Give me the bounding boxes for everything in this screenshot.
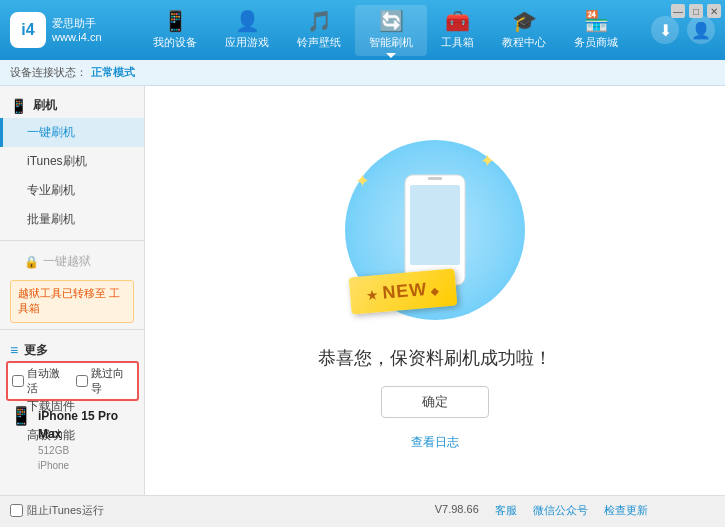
nav-toolbox[interactable]: 🧰 工具箱 (427, 5, 488, 56)
auto-activate-option[interactable]: 自动激活 (12, 366, 70, 396)
device-storage: 512GB (38, 443, 135, 458)
nav-my-device-label: 我的设备 (153, 35, 197, 50)
bottom-left: 阻止iTunes运行 (10, 503, 358, 518)
svg-rect-3 (428, 177, 442, 180)
toolbox-icon: 🧰 (445, 11, 470, 31)
sidebar-item-pro-flash[interactable]: 专业刷机 (0, 176, 144, 205)
device-info: 📱 iPhone 15 Pro Max 512GB iPhone (6, 407, 139, 473)
sidebar-divider-1 (0, 240, 144, 241)
nav-apps-label: 应用游戏 (225, 35, 269, 50)
auto-activate-label: 自动激活 (27, 366, 70, 396)
bottom-center: V7.98.66 客服 微信公众号 检查更新 (368, 503, 716, 518)
store-icon: 🏪 (584, 11, 609, 31)
version-label: V7.98.66 (435, 503, 479, 518)
breadcrumb-mode: 正常模式 (91, 65, 135, 80)
log-link[interactable]: 查看日志 (411, 434, 459, 451)
tutorial-icon: 🎓 (512, 11, 537, 31)
itunes-checkbox[interactable] (10, 504, 23, 517)
nav-toolbox-label: 工具箱 (441, 35, 474, 50)
sidebar-item-one-click-flash[interactable]: 一键刷机 (0, 118, 144, 147)
content-area: ✦ ✦ NEW 恭喜您，保资料刷机成功啦！ 确定 查看日志 (145, 86, 725, 495)
nav-ringtone[interactable]: 🎵 铃声壁纸 (283, 5, 355, 56)
success-message: 恭喜您，保资料刷机成功啦！ (318, 346, 552, 370)
user-button[interactable]: 👤 (687, 16, 715, 44)
nav-store[interactable]: 🏪 务员商城 (560, 5, 632, 56)
my-device-icon: 📱 (163, 11, 188, 31)
minimize-button[interactable]: — (671, 4, 685, 18)
sparkle-2: ✦ (355, 170, 370, 192)
logo: i4 爱思助手 www.i4.cn (10, 12, 110, 48)
nav-apps[interactable]: 👤 应用游戏 (211, 5, 283, 56)
lock-icon: 🔒 (24, 255, 39, 269)
auto-activate-checkbox[interactable] (12, 375, 24, 387)
bottom-bar: 阻止iTunes运行 V7.98.66 客服 微信公众号 检查更新 (0, 495, 725, 525)
confirm-button[interactable]: 确定 (381, 386, 489, 418)
ringtone-icon: 🎵 (307, 11, 332, 31)
nav-store-label: 务员商城 (574, 35, 618, 50)
nav-bar: 📱 我的设备 👤 应用游戏 🎵 铃声壁纸 🔄 智能刷机 🧰 工具箱 🎓 (130, 5, 641, 56)
breadcrumb-prefix: 设备连接状态： (10, 65, 87, 80)
sidebar-divider-2 (0, 329, 144, 330)
header: i4 爱思助手 www.i4.cn 📱 我的设备 👤 应用游戏 🎵 铃声壁纸 🔄 (0, 0, 725, 60)
guide-label: 跳过向导 (91, 366, 134, 396)
device-details: iPhone 15 Pro Max 512GB iPhone (38, 407, 135, 473)
close-button[interactable]: ✕ (707, 4, 721, 18)
device-phone-icon: 📱 (10, 407, 32, 425)
sparkle-1: ✦ (480, 150, 495, 172)
more-group-icon: ≡ (10, 342, 18, 358)
nav-flash[interactable]: 🔄 智能刷机 (355, 5, 427, 56)
sidebar-item-jailbreak-disabled: 🔒 一键越狱 (0, 247, 144, 276)
svg-rect-1 (410, 185, 460, 265)
guide-option[interactable]: 跳过向导 (76, 366, 134, 396)
breadcrumb: 设备连接状态： 正常模式 (0, 60, 725, 86)
nav-ringtone-label: 铃声壁纸 (297, 35, 341, 50)
nav-tutorial-label: 教程中心 (502, 35, 546, 50)
maximize-button[interactable]: □ (689, 4, 703, 18)
apps-icon: 👤 (235, 11, 260, 31)
logo-icon: i4 (10, 12, 46, 48)
main-area: 📱 刷机 一键刷机 iTunes刷机 专业刷机 批量刷机 🔒 一键越狱 越狱工具… (0, 86, 725, 495)
sidebar: 📱 刷机 一键刷机 iTunes刷机 专业刷机 批量刷机 🔒 一键越狱 越狱工具… (0, 86, 145, 495)
device-name: iPhone 15 Pro Max (38, 407, 135, 443)
flash-icon: 🔄 (379, 11, 404, 31)
sidebar-notice: 越狱工具已转移至 工具箱 (10, 280, 134, 323)
nav-tutorial[interactable]: 🎓 教程中心 (488, 5, 560, 56)
itunes-label: 阻止iTunes运行 (27, 503, 104, 518)
device-type: iPhone (38, 458, 135, 473)
bottom-link-wechat[interactable]: 微信公众号 (533, 503, 588, 518)
download-button[interactable]: ⬇ (651, 16, 679, 44)
bottom-link-kf[interactable]: 客服 (495, 503, 517, 518)
header-right: ⬇ 👤 (651, 16, 715, 44)
window-controls: — □ ✕ (671, 4, 721, 18)
nav-my-device[interactable]: 📱 我的设备 (139, 5, 211, 56)
itunes-checkbox-label[interactable]: 阻止iTunes运行 (10, 503, 104, 518)
sidebar-item-itunes-flash[interactable]: iTunes刷机 (0, 147, 144, 176)
flash-group-icon: 📱 (10, 98, 27, 114)
sidebar-group-flash-label: 刷机 (33, 97, 57, 114)
device-options-bar: 自动激活 跳过向导 (6, 361, 139, 401)
bottom-link-update[interactable]: 检查更新 (604, 503, 648, 518)
sidebar-item-batch-flash[interactable]: 批量刷机 (0, 205, 144, 234)
nav-flash-label: 智能刷机 (369, 35, 413, 50)
guide-checkbox[interactable] (76, 375, 88, 387)
logo-text: 爱思助手 www.i4.cn (52, 16, 102, 45)
illustration: ✦ ✦ NEW (335, 130, 535, 330)
sidebar-group-flash: 📱 刷机 (0, 91, 144, 118)
